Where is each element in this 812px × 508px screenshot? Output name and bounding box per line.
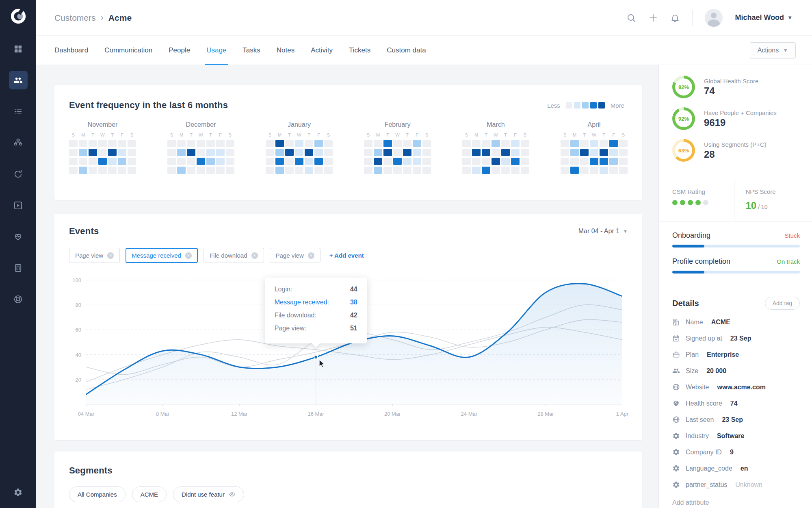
heatmap-cell[interactable] — [187, 140, 195, 147]
heatmap-cell[interactable] — [590, 158, 598, 165]
heatmap-cell[interactable] — [187, 158, 195, 165]
heatmap-cell[interactable] — [501, 167, 510, 174]
heatmap-cell[interactable] — [305, 167, 313, 174]
heatmap-cell[interactable] — [580, 149, 589, 156]
heatmap-cell[interactable] — [561, 167, 569, 174]
heatmap-cell[interactable] — [521, 158, 529, 165]
heatmap-cell[interactable] — [295, 140, 303, 147]
heatmap-cell[interactable] — [128, 149, 136, 156]
heatmap-cell[interactable] — [226, 158, 234, 165]
heatmap-cell[interactable] — [167, 167, 176, 174]
tab-custom-data[interactable]: Custom data — [387, 36, 426, 65]
heatmap-cell[interactable] — [403, 158, 411, 165]
heatmap-cell[interactable] — [108, 158, 117, 165]
tab-activity[interactable]: Activity — [311, 36, 333, 65]
sidebar-item-billing[interactable] — [9, 258, 28, 277]
heatmap-cell[interactable] — [383, 140, 392, 147]
heatmap-cell[interactable] — [413, 149, 421, 156]
heatmap-cell[interactable] — [275, 140, 284, 147]
heatmap-cell[interactable] — [187, 149, 195, 156]
heatmap-cell[interactable] — [482, 149, 490, 156]
heatmap-cell[interactable] — [275, 167, 284, 174]
add-event-button[interactable]: + Add event — [329, 252, 364, 259]
heatmap-cell[interactable] — [266, 149, 274, 156]
sidebar-item-dashboard[interactable] — [9, 39, 28, 58]
heatmap-cell[interactable] — [472, 140, 481, 147]
heatmap-cell[interactable] — [108, 167, 117, 174]
heatmap-cell[interactable] — [472, 149, 481, 156]
heatmap-cell[interactable] — [295, 158, 303, 165]
heatmap-cell[interactable] — [206, 167, 215, 174]
heatmap-cell[interactable] — [98, 140, 107, 147]
heatmap-cell[interactable] — [619, 149, 628, 156]
heatmap-cell[interactable] — [167, 158, 176, 165]
heatmap-cell[interactable] — [511, 149, 520, 156]
breadcrumb-parent[interactable]: Customers — [54, 13, 96, 23]
heatmap-cell[interactable] — [472, 158, 481, 165]
heatmap-cell[interactable] — [206, 149, 215, 156]
close-icon[interactable]: ✕ — [107, 252, 114, 259]
heatmap-cell[interactable] — [324, 149, 333, 156]
heatmap-cell[interactable] — [177, 140, 186, 147]
heatmap-cell[interactable] — [511, 167, 520, 174]
heatmap-cell[interactable] — [570, 140, 579, 147]
heatmap-cell[interactable] — [472, 167, 481, 174]
close-icon[interactable]: ✕ — [185, 252, 192, 259]
heatmap-cell[interactable] — [492, 167, 500, 174]
heatmap-cell[interactable] — [226, 140, 234, 147]
heatmap-cell[interactable] — [89, 167, 97, 174]
heatmap-cell[interactable] — [580, 167, 589, 174]
close-icon[interactable]: ✕ — [251, 252, 258, 259]
heatmap-cell[interactable] — [285, 140, 294, 147]
heatmap-cell[interactable] — [226, 149, 234, 156]
heatmap-cell[interactable] — [374, 158, 382, 165]
heatmap-cell[interactable] — [580, 140, 589, 147]
heatmap-cell[interactable] — [275, 158, 284, 165]
heatmap-cell[interactable] — [266, 140, 274, 147]
sidebar-item-segments[interactable] — [9, 133, 28, 152]
heatmap-cell[interactable] — [98, 167, 107, 174]
heatmap-cell[interactable] — [206, 140, 215, 147]
app-logo[interactable] — [8, 6, 29, 27]
heatmap-cell[interactable] — [305, 158, 313, 165]
heatmap-cell[interactable] — [482, 140, 490, 147]
heatmap-cell[interactable] — [580, 158, 589, 165]
heatmap-cell[interactable] — [422, 149, 431, 156]
event-filter-chip-page-view[interactable]: Page view✕ — [270, 248, 320, 263]
heatmap-cell[interactable] — [197, 167, 205, 174]
heatmap-cell[interactable] — [521, 140, 529, 147]
heatmap-cell[interactable] — [187, 167, 195, 174]
heatmap-cell[interactable] — [216, 140, 225, 147]
add-icon[interactable] — [648, 13, 658, 23]
heatmap-cell[interactable] — [285, 149, 294, 156]
tab-notes[interactable]: Notes — [277, 36, 294, 65]
heatmap-cell[interactable] — [285, 167, 294, 174]
heatmap-cell[interactable] — [570, 158, 579, 165]
heatmap-cell[interactable] — [285, 158, 294, 165]
segment-chip-acme[interactable]: ACME — [132, 486, 167, 502]
heatmap-cell[interactable] — [79, 140, 87, 147]
event-filter-chip-page-view[interactable]: Page view✕ — [69, 248, 120, 263]
heatmap-cell[interactable] — [216, 149, 225, 156]
heatmap-cell[interactable] — [492, 158, 500, 165]
heatmap-cell[interactable] — [69, 149, 78, 156]
heatmap-cell[interactable] — [422, 167, 431, 174]
heatmap-cell[interactable] — [177, 149, 186, 156]
tab-usage[interactable]: Usage — [206, 36, 226, 65]
heatmap-cell[interactable] — [383, 149, 392, 156]
heatmap-cell[interactable] — [197, 158, 205, 165]
heatmap-cell[interactable] — [619, 167, 628, 174]
heatmap-cell[interactable] — [609, 167, 618, 174]
heatmap-cell[interactable] — [305, 140, 313, 147]
heatmap-cell[interactable] — [206, 158, 215, 165]
heatmap-cell[interactable] — [561, 149, 569, 156]
heatmap-cell[interactable] — [266, 158, 274, 165]
heatmap-cell[interactable] — [619, 158, 628, 165]
heatmap-cell[interactable] — [79, 149, 87, 156]
actions-button[interactable]: Actions ▼ — [750, 42, 796, 59]
event-filter-chip-file-download[interactable]: File download✕ — [204, 248, 264, 263]
heatmap-cell[interactable] — [364, 158, 372, 165]
heatmap-cell[interactable] — [511, 158, 520, 165]
heatmap-cell[interactable] — [314, 158, 323, 165]
heatmap-cell[interactable] — [177, 158, 186, 165]
